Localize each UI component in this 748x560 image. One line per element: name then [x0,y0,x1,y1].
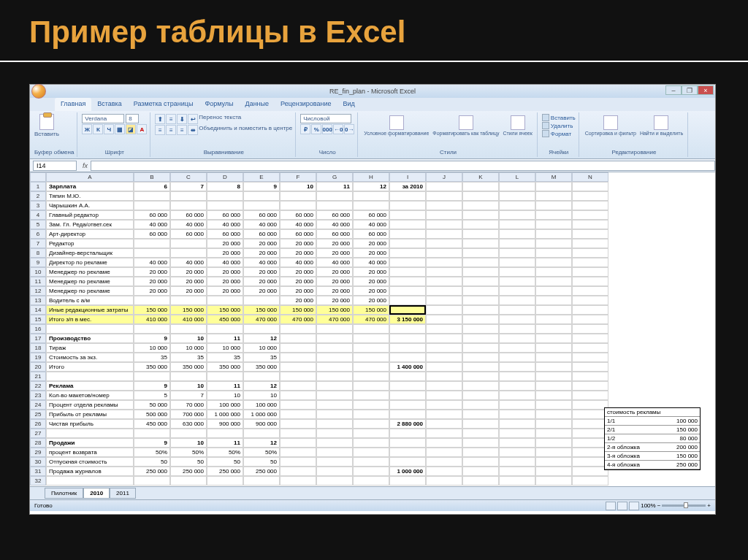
cell[interactable] [280,372,316,381]
cell[interactable] [462,267,499,277]
sheet-tab-2011[interactable]: 2011 [110,488,136,499]
cell[interactable] [572,258,608,267]
cell[interactable]: 20 000 [316,239,353,248]
cell[interactable]: 20 000 [134,286,170,296]
cell[interactable]: 10 000 [134,343,170,353]
cell[interactable]: Процент отдела рекламы [46,400,134,410]
cell[interactable] [280,429,316,438]
cell[interactable] [499,324,535,334]
cell[interactable] [243,476,280,486]
cell[interactable] [462,201,499,210]
cell[interactable] [316,381,353,391]
cell[interactable] [426,248,462,258]
cell[interactable] [46,372,134,381]
cell[interactable] [426,324,462,334]
wrap-text-button[interactable]: ↩ [188,114,198,124]
cell[interactable] [572,286,608,296]
sheet-tab-pilot[interactable]: Пилотник [45,488,83,499]
cell[interactable] [426,400,462,410]
cell[interactable] [499,305,535,315]
cell[interactable] [316,410,353,419]
cell[interactable]: 150 000 [243,305,280,315]
align-right-button[interactable]: ≡ [177,125,187,135]
row-header[interactable]: 7 [30,239,46,248]
cell[interactable] [353,191,389,201]
col-header[interactable]: C [170,172,207,182]
row-header[interactable]: 9 [30,258,46,267]
cell[interactable] [316,400,353,410]
cell[interactable] [462,429,499,438]
cell[interactable] [134,248,170,258]
cell[interactable] [170,476,207,486]
cell[interactable]: Чарышкин А.А. [46,201,134,210]
cell[interactable]: 20 000 [243,277,280,286]
cell[interactable]: 40 000 [207,220,243,229]
cell[interactable]: процент возврата [46,448,134,457]
col-header[interactable]: B [134,172,170,182]
cell[interactable] [316,362,353,372]
cell[interactable] [462,372,499,381]
font-name-input[interactable]: Verdana [82,114,124,123]
cell[interactable] [535,296,572,305]
cell[interactable] [389,410,426,419]
cell[interactable]: 50 [134,457,170,467]
cell[interactable]: 20 000 [280,286,316,296]
cell[interactable]: 350 000 [243,362,280,372]
cell[interactable]: 100 000 [243,400,280,410]
cell[interactable] [280,457,316,467]
cell[interactable] [572,343,608,353]
cell[interactable]: Итого з/п в мес. [46,315,134,324]
cell[interactable] [499,419,535,429]
cell[interactable] [572,296,608,305]
cell[interactable]: 20 000 [316,267,353,277]
cell[interactable]: Тяпин М.Ю. [46,191,134,201]
cell[interactable] [499,296,535,305]
cell[interactable] [316,457,353,467]
cell[interactable] [353,448,389,457]
row-header[interactable]: 13 [30,296,46,305]
font-color-button[interactable]: A [137,124,147,134]
office-button[interactable] [31,84,46,99]
cell[interactable] [499,229,535,239]
cell[interactable] [535,324,572,334]
cell[interactable] [316,391,353,400]
cell[interactable]: 40 000 [353,258,389,267]
align-middle-button[interactable]: ≡ [166,114,176,124]
zoom-in-button[interactable]: + [707,502,711,509]
cell[interactable]: 12 [353,182,389,191]
cell[interactable] [134,372,170,381]
cell[interactable]: 2 880 000 [389,419,426,429]
cell[interactable]: 150 000 [134,305,170,315]
cell[interactable] [462,419,499,429]
currency-button[interactable]: ₽ [300,124,310,134]
cell[interactable] [280,324,316,334]
cell[interactable] [426,182,462,191]
paste-button[interactable]: Вставить [34,114,59,137]
cell[interactable] [572,467,608,476]
cell[interactable]: 40 000 [316,220,353,229]
cell[interactable]: 20 000 [353,267,389,277]
tab-review[interactable]: Рецензирование [275,98,337,111]
align-bottom-button[interactable]: ⬇ [177,114,187,124]
cell[interactable] [134,476,170,486]
cell[interactable] [499,248,535,258]
cell[interactable] [572,220,608,229]
cell[interactable]: 20 000 [134,267,170,277]
cell[interactable] [462,467,499,476]
cell[interactable] [572,229,608,239]
cell[interactable] [535,410,572,419]
cell[interactable] [389,343,426,353]
col-header[interactable]: E [243,172,280,182]
cell[interactable] [572,305,608,315]
row-header[interactable]: 26 [30,419,46,429]
zoom-out-button[interactable]: − [657,502,661,509]
cell[interactable]: 1 000 000 [389,467,426,476]
cell[interactable] [462,239,499,248]
cell[interactable] [243,429,280,438]
cell[interactable] [535,391,572,400]
cell[interactable]: 20 000 [316,248,353,258]
cell[interactable] [316,353,353,362]
cell[interactable] [572,400,608,410]
cell[interactable]: 40 000 [243,220,280,229]
cell[interactable] [389,220,426,229]
